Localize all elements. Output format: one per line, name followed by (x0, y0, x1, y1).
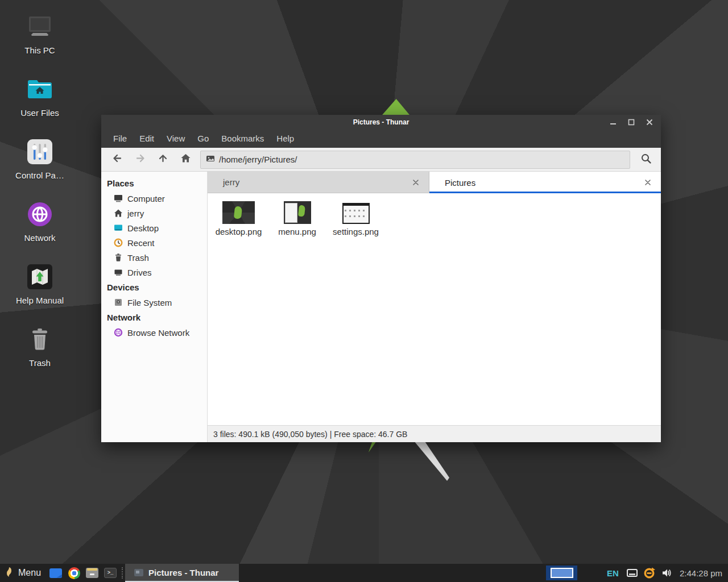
menu-bar: File Edit View Go Bookmarks Help (101, 130, 661, 148)
forward-icon (135, 153, 146, 166)
browser-launcher[interactable] (67, 564, 81, 582)
wallpaper-mint-logo-fragment (367, 441, 377, 452)
search-button[interactable] (636, 150, 656, 169)
file-name: menu.png (278, 227, 316, 236)
sidebar-item-trash[interactable]: Trash (101, 250, 207, 265)
menu-help[interactable]: Help (270, 130, 300, 148)
thunar-task-icon (134, 569, 143, 576)
file-settings-png[interactable]: settings.png (328, 199, 383, 236)
menu-button-label: Menu (18, 568, 41, 578)
terminal-launcher[interactable]: >_ (103, 564, 118, 582)
sidebar-item-recent[interactable]: Recent (101, 235, 207, 250)
sidebar-item-file-system[interactable]: File System (101, 295, 207, 310)
up-button[interactable] (151, 150, 174, 169)
menu-file[interactable]: File (107, 130, 133, 148)
desktop: This PC User Files Control Pa… Network H… (0, 0, 728, 582)
file-manager-launcher[interactable] (85, 564, 100, 582)
window-content: Places Computer jerry Desktop Recent (101, 172, 661, 442)
back-button[interactable] (106, 150, 129, 169)
tab-bar: jerry Pictures (208, 172, 661, 193)
maximize-icon[interactable] (627, 118, 636, 127)
desktop-icon-control-panel[interactable]: Control Pa… (0, 132, 80, 194)
desktop-icon-label: This PC (24, 45, 55, 55)
sidebar-item-label: File System (127, 298, 172, 307)
blue-window-icon (49, 568, 62, 578)
show-desktop-launcher[interactable] (48, 564, 63, 582)
display-tray-icon[interactable] (627, 569, 638, 577)
status-bar: 3 files: 490.1 kB (490,050 bytes) | Free… (208, 425, 661, 442)
desktop-icon-user-files[interactable]: User Files (0, 69, 80, 132)
sidebar-header-network: Network (101, 310, 207, 325)
image-thumbnail (342, 203, 370, 224)
minimize-icon[interactable] (609, 118, 618, 127)
sidebar-item-label: Browse Network (127, 328, 189, 338)
close-icon[interactable] (645, 118, 654, 127)
taskbar-tray: EN 2:44:28 pm (546, 566, 728, 580)
chrome-icon (68, 567, 80, 579)
file-name: settings.png (333, 227, 379, 236)
tab-close-icon[interactable] (411, 178, 420, 187)
menu-edit[interactable]: Edit (133, 130, 160, 148)
search-icon (640, 153, 652, 167)
sidebar-item-computer[interactable]: Computer (101, 191, 207, 206)
menu-view[interactable]: View (160, 130, 191, 148)
sidebar: Places Computer jerry Desktop Recent (101, 172, 208, 442)
keyboard-layout-indicator[interactable]: EN (607, 568, 619, 578)
sidebar-item-label: Desktop (127, 223, 159, 233)
menu-button[interactable]: Menu (0, 564, 47, 582)
drives-icon (114, 268, 123, 277)
image-thumbnail (222, 201, 255, 224)
home-icon (114, 209, 123, 218)
desktop-icon-label: Help Manual (16, 296, 64, 305)
desktop-icon-this-pc[interactable]: This PC (0, 7, 80, 69)
window-titlebar[interactable]: Pictures - Thunar (101, 115, 661, 130)
taskbar-separator (122, 567, 123, 579)
task-button-label: Pictures - Thunar (148, 568, 218, 577)
task-button-thunar[interactable]: Pictures - Thunar (125, 564, 239, 582)
trash-icon (114, 253, 123, 262)
sidebar-item-browse-network[interactable]: Browse Network (101, 325, 207, 340)
menu-bookmarks[interactable]: Bookmarks (215, 130, 270, 148)
home-button[interactable] (174, 150, 197, 169)
path-text: /home/jerry/Pictures/ (219, 155, 297, 164)
sidebar-item-label: Trash (127, 253, 149, 263)
image-thumbnail (284, 201, 311, 224)
up-icon (158, 153, 168, 166)
desktop-icon-label: Control Pa… (15, 171, 64, 180)
computer-icon (26, 13, 53, 41)
file-menu-png[interactable]: menu.png (270, 199, 325, 236)
desktop-icon-trash[interactable]: Trash (0, 319, 80, 382)
sidebar-header-places: Places (101, 176, 207, 191)
desktop-icon-label: Trash (29, 358, 51, 368)
file-desktop-png[interactable]: desktop.png (211, 199, 266, 236)
back-icon (112, 153, 123, 166)
speaker-icon (661, 567, 672, 579)
desktop-icon-label: User Files (20, 108, 59, 118)
sidebar-item-drives[interactable]: Drives (101, 265, 207, 280)
settings-sliders-icon (27, 138, 52, 166)
workspace-switcher[interactable] (546, 566, 577, 580)
tab-close-icon[interactable] (643, 178, 652, 187)
window-controls (609, 118, 661, 127)
status-text: 3 files: 490.1 kB (490,050 bytes) | Free… (213, 430, 407, 439)
image-icon (206, 154, 215, 165)
clock[interactable]: 2:44:28 pm (675, 568, 728, 578)
file-name: desktop.png (216, 227, 262, 236)
tab-jerry[interactable]: jerry (208, 172, 429, 193)
desktop-icon-network[interactable]: Network (0, 194, 80, 257)
path-bar[interactable]: /home/jerry/Pictures/ (200, 151, 630, 169)
active-workspace (551, 568, 573, 578)
sidebar-item-jerry[interactable]: jerry (101, 206, 207, 221)
tab-pictures[interactable]: Pictures (429, 172, 661, 193)
menu-go[interactable]: Go (191, 130, 215, 148)
update-manager-tray-icon[interactable] (643, 567, 655, 579)
main-pane: jerry Pictures desktop.png (208, 172, 661, 442)
sidebar-item-desktop[interactable]: Desktop (101, 221, 207, 235)
sidebar-item-label: Recent (127, 238, 155, 248)
monitor-icon (627, 569, 638, 577)
window-title: Pictures - Thunar (101, 118, 661, 126)
desktop-icon-help-manual[interactable]: Help Manual (0, 257, 80, 319)
forward-button[interactable] (129, 150, 151, 169)
thunar-window: Pictures - Thunar File Edit View Go Book… (101, 115, 661, 442)
volume-tray-icon[interactable] (661, 567, 672, 579)
